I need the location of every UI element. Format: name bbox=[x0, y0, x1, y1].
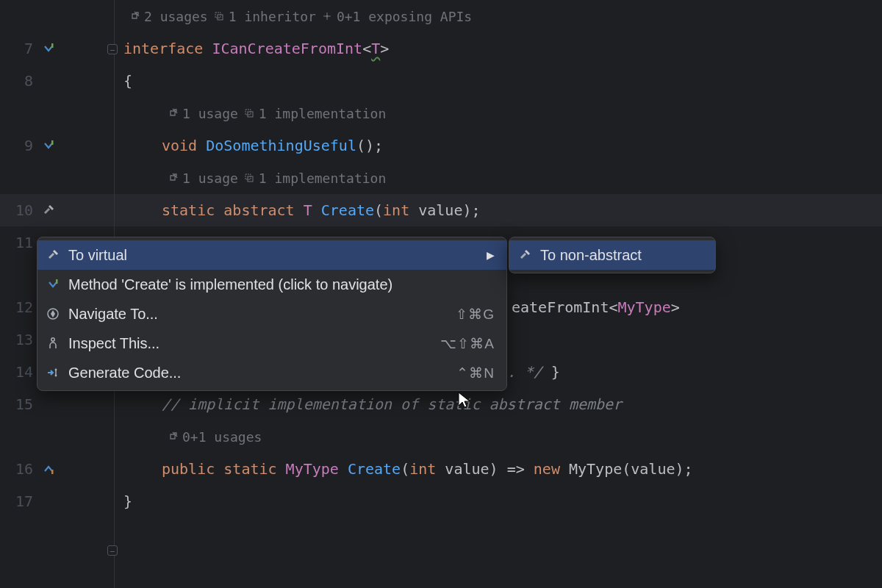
usages-hint: 1 usage bbox=[182, 171, 238, 186]
context-submenu: To non-abstract bbox=[509, 237, 716, 273]
code-hint-method[interactable]: 1 usage 1 implementation bbox=[115, 97, 882, 129]
gutter-line-9[interactable]: 9 bbox=[0, 129, 114, 162]
chevron-right-icon: ▶ bbox=[487, 249, 495, 261]
menu-label: Generate Code... bbox=[68, 365, 449, 381]
menu-item-implemented[interactable]: Method 'Create' is implemented (click to… bbox=[37, 270, 506, 299]
menu-label: Method 'Create' is implemented (click to… bbox=[68, 276, 495, 293]
code-line[interactable]: // implicit implementation of static abs… bbox=[115, 388, 882, 420]
line-number: 9 bbox=[11, 137, 33, 154]
gutter-line-15[interactable]: 15 bbox=[0, 388, 114, 420]
code-line[interactable]: interface ICanCreateFromInt<T> bbox=[115, 32, 882, 65]
inheritor-hint: 1 inheritor bbox=[229, 9, 316, 24]
svg-rect-11 bbox=[56, 279, 58, 284]
menu-item-generate[interactable]: Generate Code... ⌃⌘N bbox=[37, 358, 506, 387]
menu-label: Navigate To... bbox=[68, 306, 448, 323]
gutter-hint-spacer bbox=[0, 0, 114, 32]
menu-item-inspect[interactable]: Inspect This... ⌥⇧⌘A bbox=[37, 329, 506, 358]
usages-hint: 1 usage bbox=[182, 106, 238, 121]
fold-handle-icon[interactable]: ― bbox=[107, 44, 118, 54]
code-line[interactable]: void DoSomethingUseful(); bbox=[115, 129, 882, 162]
gutter-line-7[interactable]: 7 bbox=[0, 32, 114, 65]
code-hint-method[interactable]: 0+1 usages bbox=[115, 420, 882, 453]
line-number: 10 bbox=[11, 201, 33, 219]
hammer-icon[interactable] bbox=[40, 202, 57, 218]
fold-handle-icon[interactable]: ― bbox=[107, 545, 118, 556]
inspect-icon bbox=[45, 335, 61, 351]
hammer-icon bbox=[517, 247, 533, 263]
code-line-active[interactable]: static abstract T Create(int value); bbox=[115, 194, 882, 226]
menu-shortcut: ⌃⌘N bbox=[456, 365, 495, 381]
line-number: 15 bbox=[11, 395, 33, 413]
compass-icon bbox=[45, 306, 61, 322]
line-number: 13 bbox=[11, 331, 33, 348]
svg-point-15 bbox=[55, 375, 57, 377]
code-line[interactable]: { bbox=[115, 65, 882, 97]
code-hint-interface[interactable]: 2 usages 1 inheritor 0+1 exposing APIs bbox=[115, 0, 882, 32]
impl-hint: 1 implementation bbox=[259, 171, 386, 186]
implemented-down-icon bbox=[45, 276, 61, 293]
gutter-line-8[interactable]: 8 bbox=[0, 65, 114, 97]
line-number: 17 bbox=[11, 492, 33, 510]
gutter-hint-spacer bbox=[0, 162, 114, 194]
code-line[interactable]: public static MyType Create(int value) =… bbox=[115, 453, 882, 485]
menu-shortcut: ⇧⌘G bbox=[456, 306, 495, 323]
svg-rect-3 bbox=[51, 470, 54, 474]
menu-item-navigate[interactable]: Navigate To... ⇧⌘G bbox=[37, 299, 506, 329]
svg-rect-1 bbox=[51, 140, 54, 145]
svg-point-6 bbox=[326, 15, 328, 18]
generate-icon bbox=[45, 365, 61, 381]
usages-hint: 2 usages bbox=[144, 9, 208, 24]
line-number: 16 bbox=[11, 460, 33, 478]
menu-label: To non-abstract bbox=[540, 247, 703, 264]
implemented-down-icon[interactable] bbox=[40, 137, 57, 154]
menu-item-to-virtual[interactable]: To virtual ▶ bbox=[37, 240, 506, 270]
hammer-icon bbox=[45, 247, 61, 263]
context-menu: To virtual ▶ Method 'Create' is implemen… bbox=[37, 237, 507, 391]
line-number: 11 bbox=[11, 234, 33, 251]
overrides-up-icon[interactable] bbox=[40, 461, 57, 477]
menu-item-to-nonabstract[interactable]: To non-abstract bbox=[509, 240, 715, 270]
svg-rect-0 bbox=[51, 43, 54, 48]
line-number: 7 bbox=[11, 40, 33, 57]
impl-hint: 1 implementation bbox=[259, 106, 386, 121]
menu-label: To virtual bbox=[68, 247, 479, 264]
svg-point-14 bbox=[55, 369, 57, 371]
code-line[interactable]: } bbox=[115, 485, 882, 517]
line-number: 14 bbox=[11, 363, 33, 381]
svg-point-13 bbox=[51, 338, 54, 341]
gutter-line-16[interactable]: 16 bbox=[0, 453, 114, 485]
menu-shortcut: ⌥⇧⌘A bbox=[440, 335, 495, 352]
gutter-line-17[interactable]: 17 bbox=[0, 485, 114, 517]
implemented-down-icon[interactable] bbox=[40, 40, 57, 57]
line-number: 8 bbox=[11, 72, 33, 90]
line-number: 12 bbox=[11, 298, 33, 316]
usages-hint: 0+1 usages bbox=[182, 429, 262, 445]
menu-label: Inspect This... bbox=[68, 335, 433, 352]
gutter-line-10[interactable]: 10 bbox=[0, 194, 114, 226]
exposing-hint: 0+1 exposing APIs bbox=[337, 9, 472, 24]
gutter-hint-spacer bbox=[0, 97, 114, 129]
gutter-hint-spacer bbox=[0, 420, 114, 453]
code-hint-method[interactable]: 1 usage 1 implementation bbox=[115, 162, 882, 194]
